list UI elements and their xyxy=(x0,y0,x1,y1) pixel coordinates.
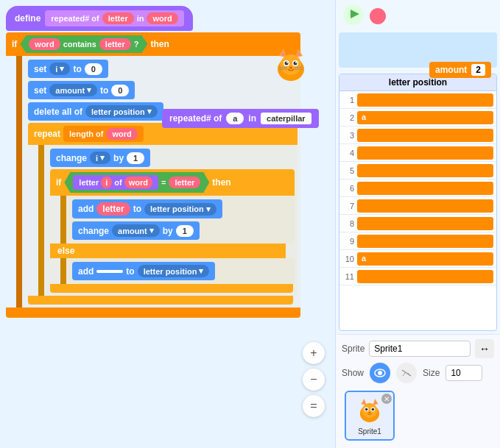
i-arrow: ▾ xyxy=(60,64,64,74)
change-label-amount: change xyxy=(78,226,109,236)
define-letter: letter xyxy=(102,13,134,24)
list-item-num: 1 xyxy=(339,96,357,104)
change-i-block[interactable]: change i ▾ by 1 xyxy=(50,148,295,168)
stop-button[interactable] xyxy=(370,8,386,24)
one2-slot[interactable]: 1 xyxy=(176,225,194,237)
flag-button[interactable] xyxy=(343,4,364,28)
svg-point-20 xyxy=(378,371,382,375)
repeat-label: repeat xyxy=(34,129,60,139)
lp-add2-label: letter position xyxy=(144,267,197,276)
list-item-num: 10 xyxy=(339,255,357,263)
else-label: else xyxy=(57,246,74,256)
list-item-num: 9 xyxy=(339,237,357,246)
list-item: 6 xyxy=(339,179,496,197)
floating-in-label: in xyxy=(248,113,256,124)
add-empty-inner: add to letter position ▾ xyxy=(72,262,215,280)
list-item: 8 xyxy=(339,215,496,232)
zero-slot-i[interactable]: 0 xyxy=(85,63,102,75)
show-label: Show xyxy=(342,368,364,378)
sprite-name-input[interactable]: Sprite1 xyxy=(369,341,471,357)
list-item-num: 2 xyxy=(339,113,357,122)
size-input[interactable]: 10 xyxy=(446,365,482,381)
else-body: add to letter position ▾ xyxy=(60,258,295,284)
list-item: 4 xyxy=(339,144,496,162)
letter-reporter-eq: letter xyxy=(169,177,200,188)
define-block[interactable]: define repeated# of letter in word xyxy=(6,6,193,31)
to-label-i: to xyxy=(73,64,81,74)
set-i-block[interactable]: set i ▾ to 0 xyxy=(28,59,297,79)
amount-arrow: ▾ xyxy=(87,85,91,95)
change-amount-inner: change amount ▾ by 1 xyxy=(72,221,200,240)
outer-if-block: if word contains letter ? then set xyxy=(6,32,300,318)
thumb-delete-btn[interactable]: ✕ xyxy=(381,394,392,404)
set-label-i: set xyxy=(34,64,46,74)
then-label: then xyxy=(151,39,169,49)
list-item-val xyxy=(357,146,493,160)
i-dropdown2[interactable]: i ▾ xyxy=(90,152,110,164)
list-item: 11 xyxy=(339,268,496,285)
zoom-in-btn[interactable]: + xyxy=(303,342,325,364)
blocks-container: define repeated# of letter in word if wo… xyxy=(6,6,300,318)
svg-point-1 xyxy=(281,54,301,75)
eq-bool: letter i of word = letter xyxy=(64,172,209,193)
empty-oval[interactable] xyxy=(96,270,123,273)
lp-dropdown2[interactable]: letter position ▾ xyxy=(144,203,216,216)
list-item-num: 11 xyxy=(339,272,357,281)
set-amount-block-inner: set amount ▾ to 0 xyxy=(28,81,135,99)
add-letter-block[interactable]: add letter to letter position ▾ xyxy=(72,199,292,219)
floating-caterpillar-slot[interactable]: caterpillar xyxy=(261,113,311,124)
lp-add-label: letter position xyxy=(150,205,204,213)
amount-dropdown[interactable]: amount ▾ xyxy=(49,84,97,96)
change-i-inner: change i ▾ by 1 xyxy=(50,149,150,167)
if-label: if xyxy=(12,39,17,49)
flip-button[interactable]: ↔ xyxy=(475,339,494,358)
svg-point-34 xyxy=(369,411,371,413)
add-empty-block[interactable]: add to letter position ▾ xyxy=(72,261,292,281)
svg-point-12 xyxy=(289,67,292,69)
zero-slot-amount[interactable]: 0 xyxy=(111,85,129,96)
contains-bool: word contains letter ? xyxy=(20,35,147,53)
to2-label: to xyxy=(126,266,134,277)
lp-label: letter position xyxy=(91,107,145,116)
then2-label: then xyxy=(212,177,230,188)
floating-a-slot[interactable]: a xyxy=(226,113,244,124)
outer-if-header[interactable]: if word contains letter ? then xyxy=(6,32,300,56)
add-letter-inner: add letter to letter position ▾ xyxy=(72,199,222,218)
amount-dropdown2[interactable]: amount ▾ xyxy=(112,224,160,237)
list-item-num: 4 xyxy=(339,149,357,157)
change-amount-block[interactable]: change amount ▾ by 1 xyxy=(72,221,292,241)
stage-var-area: amount 2 xyxy=(339,32,497,68)
define-word: word xyxy=(147,13,177,24)
floating-repeated-block[interactable]: repeated# of a in caterpillar xyxy=(162,109,319,128)
inner-if-header[interactable]: if letter i of word = letter xyxy=(50,169,295,196)
repeat-block: repeat length of word change xyxy=(28,123,297,305)
lp-dropdown[interactable]: letter position ▾ xyxy=(85,105,158,118)
show-eye-button[interactable] xyxy=(370,363,390,383)
svg-point-33 xyxy=(372,408,375,410)
length-of-block: length of word xyxy=(63,126,144,142)
word-reporter-inner: word xyxy=(124,177,152,188)
repeat-body: change i ▾ by 1 xyxy=(38,145,297,296)
fit-btn[interactable]: = xyxy=(303,395,325,417)
list-item: 9 xyxy=(339,232,496,250)
letter-add-reporter: letter xyxy=(96,202,130,216)
one-slot-i[interactable]: 1 xyxy=(127,152,144,164)
list-item-val: a xyxy=(357,252,493,266)
amount-display-label: amount xyxy=(435,65,467,75)
inner-if-body: add letter to letter position ▾ xyxy=(60,196,295,243)
change-label-i: change xyxy=(56,153,87,163)
floating-repeated-label: repeated# of xyxy=(169,113,222,124)
list-item-num: 3 xyxy=(339,131,357,140)
i-dropdown[interactable]: i ▾ xyxy=(49,63,70,75)
svg-point-32 xyxy=(365,408,368,410)
lp-dropdown3[interactable]: letter position ▾ xyxy=(138,265,210,277)
hide-eye-button[interactable] xyxy=(396,363,417,383)
set-amount-block[interactable]: set amount ▾ to 0 xyxy=(28,80,297,100)
zoom-out-btn[interactable]: − xyxy=(303,369,325,391)
sprite1-thumb[interactable]: ✕ Sprite1 xyxy=(345,391,395,441)
delete-block-inner: delete all of letter position ▾ xyxy=(28,102,163,121)
list-item-val xyxy=(357,270,493,283)
i-var-label: i xyxy=(55,65,57,74)
lp-arrow2: ▾ xyxy=(206,205,211,214)
question-mark: ? xyxy=(134,40,139,49)
